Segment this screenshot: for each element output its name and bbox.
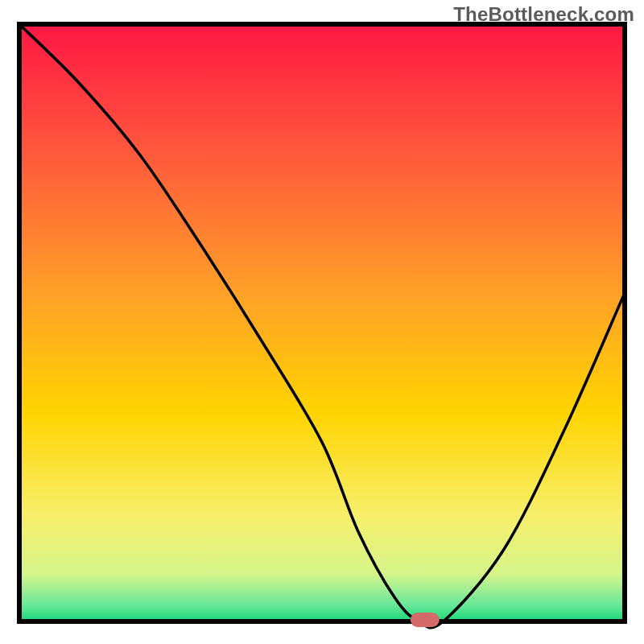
- optimal-marker: [411, 613, 440, 627]
- bottleneck-chart: [0, 0, 644, 644]
- plot-area: [19, 24, 625, 621]
- chart-container: TheBottleneck.com: [0, 0, 644, 644]
